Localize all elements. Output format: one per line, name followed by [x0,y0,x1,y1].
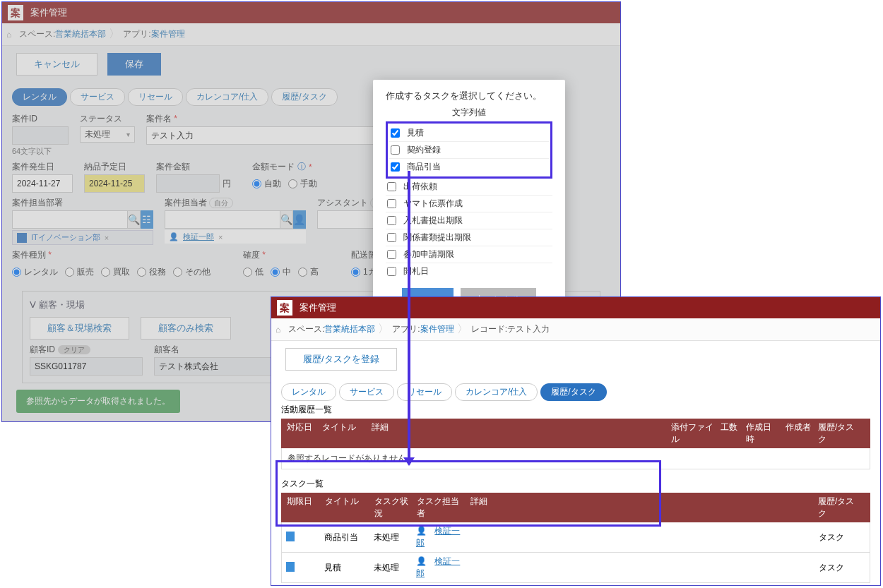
cell-title: 商品引当 [324,532,374,544]
tab-service[interactable]: サービス [339,383,394,401]
crumb-app-label: アプリ: [123,28,150,40]
crumb-sep-icon: 〉 [109,27,120,42]
select-status[interactable]: 未処理 [80,126,135,143]
task-item-label: 見積 [407,127,424,139]
task-checkbox[interactable] [387,267,396,276]
person-chip: 👤検証一郎× [165,230,306,244]
search-icon[interactable]: 🔍 [128,210,141,229]
tab-history[interactable]: 履歴/タスク [540,383,606,401]
task-modal: 作成するタスクを選択してください。 文字列値 見積契約登録商品引当 出荷依頼ヤマ… [373,80,565,323]
task-checkbox[interactable] [391,162,400,172]
org-icon[interactable]: ☷ [141,210,153,229]
dept-chip: ITイノベーション部× [12,230,153,245]
input-cust-name[interactable] [154,357,281,376]
task-checkbox[interactable] [387,233,396,242]
modal-task-item[interactable]: 開札日 [386,263,552,280]
hint-id: 64文字以下 [12,146,69,157]
register-history-button[interactable]: 履歴/タスクを登録 [285,348,397,371]
tab-rental[interactable]: レンタル [281,383,336,401]
tab-rental[interactable]: レンタル [12,88,67,106]
task-checkbox[interactable] [391,145,400,155]
crumb-space-link[interactable]: 営業統括本部 [324,323,375,335]
task-checkbox[interactable] [391,128,400,138]
label-type: 案件種別 [12,249,211,261]
modal-task-item[interactable]: 関係書類提出期限 [386,229,552,246]
doc-icon [286,562,295,572]
crumb-space-link[interactable]: 営業統括本部 [55,28,106,40]
modal-task-item[interactable]: 契約登録 [389,141,549,158]
tab-karen[interactable]: カレンコア/仕入 [455,383,538,401]
tab-history[interactable]: 履歴/タスク [271,88,337,106]
help-icon[interactable]: ⓘ [297,161,306,173]
cell-title: 見積 [324,562,374,574]
arrow-annotation [408,171,410,464]
task-item-label: 商品引当 [407,161,441,173]
tab-karen[interactable]: カレンコア/仕入 [186,88,268,106]
label-id: 案件ID [12,113,69,125]
modal-task-item[interactable]: 商品引当 [389,158,549,175]
header: 案 案件管理 [2,2,620,23]
task-checkbox[interactable] [387,182,396,191]
app-title: 案件管理 [300,301,336,314]
tab-resale[interactable]: リセール [397,383,452,401]
modal-title: 作成するタスクを選択してください。 [386,90,552,102]
crumb-app-link[interactable]: 案件管理 [420,323,454,335]
window-front: 案 案件管理 ⌂ スペース:営業統括本部 〉 アプリ:案件管理 〉 レコード:テ… [271,296,881,586]
home-icon[interactable]: ⌂ [275,325,285,335]
tab-resale[interactable]: リセール [128,88,183,106]
radio-mode[interactable]: 自動手動 [252,174,317,193]
yen-label: 円 [223,178,231,190]
modal-col-header: 文字列値 [386,107,552,119]
tab-service[interactable]: サービス [70,88,125,106]
tabs-front: レンタル サービス リセール カレンコア/仕入 履歴/タスク [271,378,880,401]
cancel-button[interactable]: キャンセル [16,53,97,76]
search-icon[interactable]: 🔍 [280,210,293,229]
user-icon[interactable]: 👤 [293,210,306,229]
task-item-label: 入札書提出期限 [403,215,463,227]
task-item-label: 参加申請期限 [403,248,454,260]
history-empty: 参照するレコードがありません。 [281,448,870,469]
table-row[interactable]: 商品引当未処理👤 検証一郎タスク [281,522,870,553]
label-amount: 案件金額 [156,161,241,173]
person-link[interactable]: 検証一郎 [183,232,214,242]
app-logo: 案 [8,5,23,20]
label-dept: 案件担当部署 [12,197,153,209]
crumb-space-label: スペース: [19,28,55,40]
task-checkbox[interactable] [387,250,396,259]
modal-task-item[interactable]: 参加申請期限 [386,246,552,263]
action-row: キャンセル 保存 [2,46,620,83]
crumb-app-link[interactable]: 案件管理 [151,28,185,40]
home-icon[interactable]: ⌂ [6,30,16,40]
input-id[interactable] [12,126,69,145]
modal-task-item[interactable]: 出荷依頼 [386,179,552,195]
input-dept[interactable] [12,210,128,229]
cell-status: 未処理 [374,562,416,574]
chip-remove-icon[interactable]: × [218,233,223,241]
input-person[interactable] [165,210,280,229]
label-date1: 案件発生日 [12,161,73,173]
modal-task-item[interactable]: ヤマト伝票作成 [386,195,552,212]
input-amount[interactable] [156,174,220,193]
toast: 参照先からデータが取得されました。 [16,390,180,413]
radio-type[interactable]: レンタル 販売 買取 役務 その他 [12,263,211,281]
input-date2[interactable] [84,174,145,193]
search-customer-site-button[interactable]: 顧客＆現場検索 [30,317,129,340]
input-cust-id[interactable] [30,357,143,376]
doc-icon [286,532,295,541]
task-item-label: 関係書類提出期限 [403,232,471,244]
modal-task-item[interactable]: 入札書提出期限 [386,212,552,229]
table-history: 対応日 タイトル 詳細 添付ファイル 工数 作成日時 作成者 履歴/タスク 参照… [281,419,870,469]
search-customer-button[interactable]: 顧客のみ検索 [141,317,231,340]
chip-remove-icon[interactable]: × [105,234,109,242]
table-row[interactable]: 見積未処理👤 検証一郎タスク [281,553,870,583]
task-item-label: ヤマト伝票作成 [403,198,463,210]
task-checkbox[interactable] [387,199,396,208]
clear-button[interactable]: クリア [58,345,90,354]
task-item-label: 契約登録 [407,144,441,156]
section-task-title: タスク一覧 [271,475,880,493]
radio-prob[interactable]: 低 中 高 [243,263,319,281]
modal-task-item[interactable]: 見積 [389,125,549,141]
task-checkbox[interactable] [387,216,396,225]
save-button[interactable]: 保存 [107,53,161,76]
input-date1[interactable] [12,174,73,193]
